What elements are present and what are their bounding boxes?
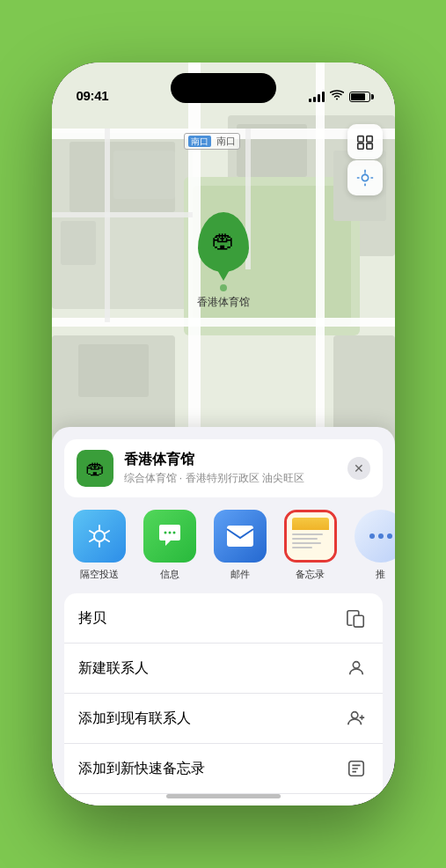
venue-close-button[interactable]: ✕ [347, 457, 370, 480]
notes-header [292, 518, 329, 530]
share-item-mail[interactable]: 邮件 [205, 510, 275, 581]
svg-rect-16 [113, 151, 175, 199]
mail-label: 邮件 [230, 568, 250, 581]
person-icon [344, 656, 369, 680]
action-list: 拷贝 新建联系人 [64, 593, 383, 805]
svg-rect-11 [52, 212, 193, 217]
svg-rect-19 [78, 344, 149, 397]
svg-rect-15 [61, 221, 96, 265]
svg-rect-20 [357, 136, 362, 142]
battery-icon [349, 92, 370, 102]
svg-rect-10 [316, 63, 325, 467]
mail-icon [214, 510, 267, 563]
new-contact-label: 新建联系人 [78, 659, 149, 678]
home-indicator [166, 794, 281, 798]
bottom-sheet: 🏟 香港体育馆 综合体育馆 · 香港特别行政区 油尖旺区 ✕ [52, 427, 395, 805]
svg-point-28 [172, 532, 175, 534]
venue-info: 香港体育馆 综合体育馆 · 香港特别行政区 油尖旺区 [124, 451, 347, 486]
pin-label: 香港体育馆 [197, 295, 250, 310]
svg-point-25 [94, 531, 105, 541]
wifi-icon [330, 90, 344, 103]
add-notes-label: 添加到新快速备忘录 [78, 760, 205, 778]
messages-icon [143, 510, 196, 563]
messages-label: 信息 [160, 568, 179, 581]
svg-point-27 [168, 532, 171, 534]
svg-rect-21 [366, 136, 371, 142]
venue-description: 综合体育馆 · 香港特别行政区 油尖旺区 [124, 471, 347, 486]
share-row: 隔空投送 信息 [52, 497, 395, 581]
notes-icon [284, 510, 337, 563]
svg-rect-9 [52, 318, 395, 327]
svg-point-32 [351, 712, 357, 718]
svg-rect-23 [366, 143, 371, 149]
share-item-messages[interactable]: 信息 [135, 510, 205, 581]
location-button[interactable] [347, 160, 383, 195]
map-type-button[interactable] [347, 124, 383, 159]
airdrop-icon [73, 510, 126, 563]
pin-dot [220, 284, 227, 291]
notes-label: 备忘录 [296, 568, 325, 581]
svg-rect-12 [105, 129, 110, 322]
action-add-existing[interactable]: 添加到现有联系人 [64, 694, 383, 744]
stadium-emoji: 🏟 [212, 227, 235, 254]
venue-card: 🏟 香港体育馆 综合体育馆 · 香港特别行政区 油尖旺区 ✕ [64, 439, 383, 497]
venue-name: 香港体育馆 [124, 451, 347, 469]
map-pin: 🏟 香港体育馆 [197, 212, 250, 310]
copy-label: 拷贝 [78, 609, 106, 628]
airdrop-label: 隔空投送 [80, 568, 119, 581]
svg-point-31 [353, 662, 359, 668]
svg-point-24 [362, 174, 368, 180]
note-add-icon [344, 756, 369, 781]
dynamic-island [171, 73, 276, 103]
map-button-group [347, 124, 383, 195]
phone-frame: 南口 南口 [52, 63, 395, 805]
person-add-icon [344, 706, 369, 731]
signal-bars-icon [309, 92, 325, 102]
status-time: 09:41 [77, 88, 109, 103]
svg-point-26 [164, 532, 166, 534]
copy-icon [344, 606, 369, 630]
status-icons [309, 90, 370, 103]
svg-rect-29 [227, 526, 253, 547]
more-icon [355, 510, 395, 563]
more-circle [355, 510, 395, 563]
share-item-airdrop[interactable]: 隔空投送 [64, 510, 135, 581]
share-item-more[interactable]: 推 [346, 510, 395, 581]
svg-rect-30 [354, 615, 363, 627]
map-area: 南口 南口 [52, 63, 395, 467]
share-item-notes[interactable]: 备忘录 [275, 510, 346, 581]
notes-inner [287, 512, 334, 560]
svg-rect-22 [357, 143, 362, 149]
notes-lines [292, 533, 329, 548]
add-existing-label: 添加到现有联系人 [78, 710, 191, 728]
more-label: 推 [376, 568, 385, 581]
action-new-contact[interactable]: 新建联系人 [64, 644, 383, 694]
pin-icon: 🏟 [198, 212, 249, 272]
venue-icon: 🏟 [77, 450, 113, 487]
action-add-notes[interactable]: 添加到新快速备忘录 [64, 744, 383, 794]
action-copy[interactable]: 拷贝 [64, 593, 383, 644]
nankou-label: 南口 南口 [184, 133, 240, 150]
phone-screen: 南口 南口 [52, 63, 395, 805]
